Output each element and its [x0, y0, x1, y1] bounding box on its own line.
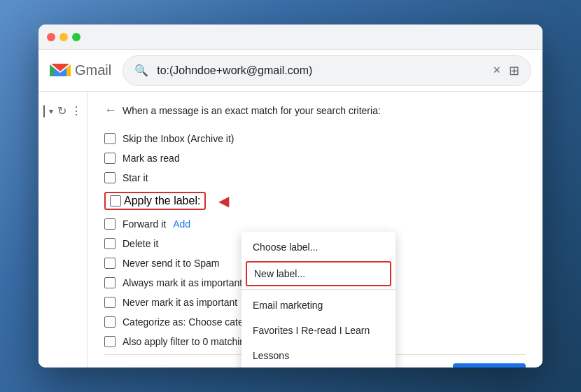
- dropdown-item-2[interactable]: Lessons: [241, 343, 396, 368]
- star-it-label: Star it: [122, 172, 148, 183]
- gmail-logo: Gmail: [50, 62, 111, 80]
- window-controls: [47, 33, 80, 41]
- apply-label-label: Apply the label:: [124, 195, 200, 207]
- forward-it-checkbox[interactable]: [104, 218, 115, 230]
- dropdown-item-1[interactable]: Favorites I Re-read I Learn: [241, 318, 396, 343]
- never-important-checkbox[interactable]: [104, 297, 115, 308]
- filter-option-skip-inbox: Skip the Inbox (Archive it): [104, 129, 526, 148]
- svg-marker-2: [66, 64, 71, 76]
- more-options-icon[interactable]: ⋮: [71, 104, 82, 118]
- search-clear-icon[interactable]: ×: [493, 63, 500, 78]
- refresh-icon[interactable]: ↻: [57, 104, 66, 118]
- close-dot[interactable]: [47, 33, 55, 41]
- filter-option-star-it: Star it: [104, 168, 526, 188]
- maximize-dot[interactable]: [72, 33, 80, 41]
- delete-it-checkbox[interactable]: [104, 238, 115, 249]
- delete-it-label: Delete it: [122, 238, 158, 249]
- also-apply-checkbox[interactable]: [104, 336, 115, 347]
- apply-label-checkbox[interactable]: [110, 195, 121, 206]
- apply-label-row: Apply the label: ◀: [104, 188, 526, 214]
- categorize-checkbox[interactable]: [104, 316, 115, 328]
- search-query: to:(Johndoe+work@gmail.com): [157, 64, 484, 77]
- forward-add-link[interactable]: Add: [173, 218, 190, 230]
- search-bar[interactable]: 🔍 to:(Johndoe+work@gmail.com) × ⊞: [122, 55, 531, 86]
- svg-marker-1: [50, 64, 54, 76]
- dropdown-choose-label[interactable]: Choose label...: [241, 234, 396, 260]
- red-arrow-icon: ◀: [218, 192, 229, 209]
- create-filter-button[interactable]: Create filter: [453, 363, 526, 368]
- star-it-checkbox[interactable]: [104, 172, 115, 183]
- sidebar-controls: ▾ ↻ ⋮: [38, 97, 87, 125]
- never-spam-checkbox[interactable]: [104, 258, 115, 269]
- back-arrow-icon[interactable]: ←: [104, 103, 117, 118]
- dropdown-item-0[interactable]: Email marketing: [241, 293, 396, 318]
- sidebar-strip: ▾ ↻ ⋮: [38, 92, 88, 368]
- minimize-dot[interactable]: [59, 33, 68, 41]
- title-bar: [38, 24, 542, 50]
- dropdown-divider: [241, 289, 396, 290]
- always-important-checkbox[interactable]: [104, 277, 115, 288]
- search-options-icon[interactable]: ⊞: [509, 63, 519, 78]
- gmail-window: Gmail 🔍 to:(Johndoe+work@gmail.com) × ⊞ …: [38, 24, 542, 368]
- gmail-header: Gmail 🔍 to:(Johndoe+work@gmail.com) × ⊞: [38, 50, 542, 92]
- forward-it-label: Forward it: [122, 218, 166, 230]
- main-content: ▾ ↻ ⋮ ← When a message is an exact match…: [38, 92, 542, 368]
- skip-inbox-label: Skip the Inbox (Archive it): [122, 133, 234, 144]
- never-spam-label: Never send it to Spam: [122, 258, 220, 269]
- search-icon: 🔍: [134, 64, 148, 77]
- filter-description: When a message is an exact match for you…: [122, 105, 381, 116]
- dropdown-new-label[interactable]: New label...: [246, 261, 391, 286]
- mark-read-label: Mark as read: [122, 153, 180, 164]
- select-all-checkbox[interactable]: [43, 105, 45, 118]
- select-dropdown-icon[interactable]: ▾: [49, 106, 53, 116]
- never-important-label: Never mark it as important: [122, 297, 237, 308]
- always-important-label: Always mark it as important: [122, 277, 242, 288]
- filter-panel: ← When a message is an exact match for y…: [88, 92, 542, 368]
- filter-option-mark-read: Mark as read: [104, 148, 526, 168]
- gmail-logo-text: Gmail: [75, 62, 111, 78]
- mark-read-checkbox[interactable]: [104, 153, 115, 164]
- apply-label-box: Apply the label:: [104, 192, 206, 210]
- gmail-m-icon: [50, 62, 71, 80]
- skip-inbox-checkbox[interactable]: [104, 133, 115, 144]
- label-dropdown: Choose label... New label... Email marke…: [241, 232, 396, 368]
- back-row: ← When a message is an exact match for y…: [104, 103, 526, 118]
- filter-option-forward-it: Forward it Add: [104, 214, 526, 234]
